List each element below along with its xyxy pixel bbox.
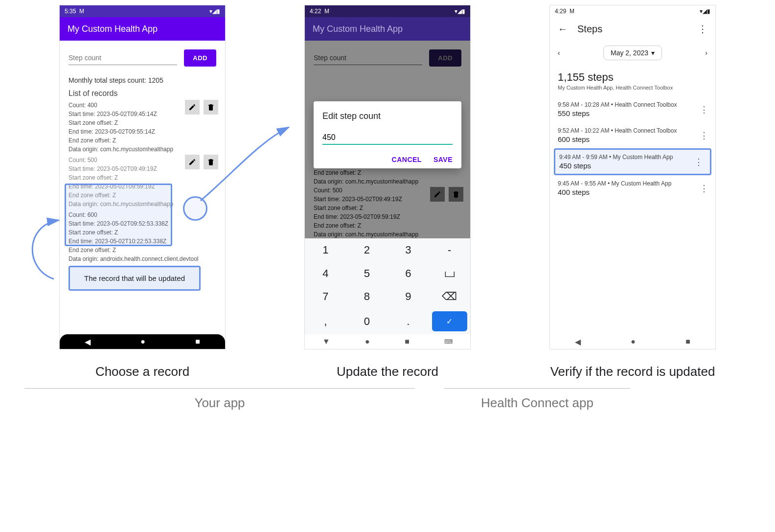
entry-more-icon[interactable]: ⋮: [700, 104, 708, 115]
key-5[interactable]: 5: [346, 262, 388, 285]
key-period[interactable]: .: [388, 308, 429, 334]
monthly-total: Monthly total steps count: 1205: [60, 69, 225, 86]
status-time: 4:29: [555, 8, 566, 15]
nav-back-icon[interactable]: ▼: [322, 337, 330, 346]
key-2[interactable]: 2: [346, 238, 388, 262]
total-steps: 1,155 steps: [550, 65, 715, 85]
key-space[interactable]: ⌴: [429, 262, 471, 285]
prev-day-icon[interactable]: ‹: [558, 49, 560, 57]
status-time: 5:35: [65, 8, 76, 15]
key-1[interactable]: 1: [305, 238, 346, 262]
nav-home-icon[interactable]: ●: [631, 337, 636, 346]
key-0[interactable]: 0: [346, 308, 388, 334]
key-8[interactable]: 8: [346, 285, 388, 309]
entry-more-icon[interactable]: ⋮: [700, 130, 708, 141]
entry-more-icon[interactable]: ⋮: [694, 157, 703, 167]
status-icons: ▾◢▮: [455, 8, 465, 15]
nav-home-icon[interactable]: ●: [365, 337, 370, 346]
total-subtitle: My Custom Health App, Health Connect Too…: [550, 85, 715, 96]
status-icons: ▾◢▮: [209, 8, 220, 15]
app-title: My Custom Health App: [313, 24, 403, 34]
nav-recent-icon[interactable]: ■: [195, 337, 200, 346]
status-bar: 4:29 M ▾◢▮: [550, 5, 715, 17]
phone-update-record: 4:22 M ▾◢▮ My Custom Health App ADD End …: [304, 5, 471, 349]
edit-button[interactable]: [185, 100, 200, 115]
page-title: Steps: [577, 23, 602, 35]
key-3[interactable]: 3: [388, 238, 429, 262]
nav-bar: ◀ ● ■: [60, 334, 225, 349]
app-bar: ← Steps ⋮: [550, 17, 715, 41]
caption: Verify if the record is updated: [550, 364, 715, 379]
caption: Choose a record: [95, 364, 189, 379]
key-dash[interactable]: -: [429, 238, 471, 262]
dialog-title: Edit step count: [322, 111, 453, 121]
edit-dialog: Edit step count CANCEL SAVE: [314, 101, 461, 168]
next-day-icon[interactable]: ›: [705, 49, 707, 57]
key-9[interactable]: 9: [388, 285, 429, 309]
key-backspace[interactable]: ⌫: [429, 285, 471, 309]
key-comma[interactable]: ,: [305, 308, 346, 334]
more-icon[interactable]: ⋮: [698, 23, 707, 35]
delete-button[interactable]: [204, 155, 218, 169]
record-item: Count: 600 Start time: 2023-05-02T09:52:…: [60, 209, 225, 264]
app-bar: My Custom Health App: [305, 17, 470, 41]
dropdown-icon: ▾: [651, 49, 655, 57]
steps-entry-highlighted[interactable]: 9:49 AM - 9:59 AM • My Custom Health App…: [554, 148, 711, 175]
nav-recent-icon[interactable]: ■: [405, 337, 410, 346]
nav-home-icon[interactable]: ●: [140, 337, 145, 346]
add-button[interactable]: ADD: [184, 49, 216, 67]
record-item: Count: 400 Start time: 2023-05-02T09:45:…: [60, 100, 225, 155]
entry-more-icon[interactable]: ⋮: [700, 183, 708, 194]
section-label-your-app: Your app: [24, 388, 415, 411]
back-icon[interactable]: ←: [558, 23, 568, 35]
section-label-health-connect: Health Connect app: [444, 388, 630, 411]
status-time: 4:22: [310, 8, 321, 15]
list-heading: List of records: [60, 86, 225, 100]
nav-recent-icon[interactable]: ■: [685, 337, 690, 346]
key-4[interactable]: 4: [305, 262, 346, 285]
save-button[interactable]: SAVE: [433, 156, 453, 163]
dialog-input[interactable]: [322, 131, 453, 145]
status-bar: 5:35 M ▾◢▮: [60, 5, 225, 17]
delete-button[interactable]: [204, 100, 218, 115]
key-6[interactable]: 6: [388, 262, 429, 285]
edit-button[interactable]: [185, 155, 200, 169]
phone-verify-record: 4:29 M ▾◢▮ ← Steps ⋮ ‹ May 2, 2023 ▾ › 1…: [549, 5, 716, 349]
nav-back-icon[interactable]: ◀: [85, 337, 91, 347]
annotation-label: The record that will be updated: [68, 266, 201, 291]
nav-keyboard-icon[interactable]: ⌨: [444, 338, 453, 345]
nav-bar: ◀ ● ■: [550, 334, 715, 349]
numeric-keypad: 1 2 3 - 4 5 6 ⌴ 7 8 9 ⌫ , 0 . ✓: [305, 238, 470, 334]
step-count-input[interactable]: [68, 51, 177, 65]
status-icons: ▾◢▮: [700, 8, 710, 15]
caption: Update the record: [337, 364, 438, 379]
nav-back-icon[interactable]: ◀: [575, 337, 581, 347]
nav-bar: ▼ ● ■ ⌨: [305, 334, 470, 349]
steps-entry[interactable]: 9:45 AM - 9:55 AM • My Custom Health App…: [550, 175, 715, 201]
record-item: Count: 500 Start time: 2023-05-02T09:49:…: [60, 155, 225, 209]
steps-entry[interactable]: 9:58 AM - 10:28 AM • Health Connect Tool…: [550, 96, 715, 122]
app-bar: My Custom Health App: [60, 17, 225, 41]
key-7[interactable]: 7: [305, 285, 346, 309]
steps-entry[interactable]: 9:52 AM - 10:22 AM • Health Connect Tool…: [550, 122, 715, 148]
status-bar: 4:22 M ▾◢▮: [305, 5, 470, 17]
phone-choose-record: 5:35 M ▾◢▮ My Custom Health App ADD Mont…: [59, 5, 226, 349]
date-chip[interactable]: May 2, 2023 ▾: [603, 46, 662, 60]
cancel-button[interactable]: CANCEL: [392, 156, 422, 163]
key-done[interactable]: ✓: [432, 311, 468, 331]
app-title: My Custom Health App: [68, 24, 158, 34]
